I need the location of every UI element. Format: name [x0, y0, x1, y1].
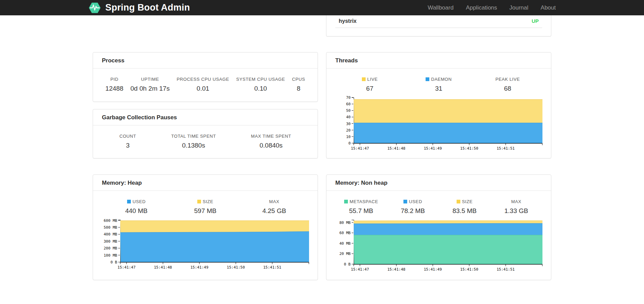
svg-text:15:41:50: 15:41:50	[227, 265, 245, 270]
stat-peak-live: PEAK LIVE 68	[473, 77, 542, 92]
stat-value: 4.25 GB	[240, 207, 309, 215]
card-title: Garbage Collection Pauses	[93, 109, 318, 125]
svg-text:15:41:49: 15:41:49	[424, 267, 442, 272]
stat-max: MAX 4.25 GB	[240, 199, 309, 215]
stat-value: 0.1380s	[171, 142, 216, 149]
stat-label: COUNT	[119, 134, 136, 139]
memory-nonheap-card: Memory: Non heap METASPACE 55.7 MB USED …	[326, 174, 551, 280]
svg-text:300 MB: 300 MB	[104, 239, 117, 244]
stat-label: PID	[110, 77, 118, 82]
card-title: Threads	[326, 52, 551, 69]
row-health: hystrix UP	[93, 15, 551, 36]
svg-text:0: 0	[348, 141, 351, 146]
stat-label: MAX	[269, 199, 279, 204]
spring-boot-admin-logo-icon	[88, 1, 101, 14]
svg-text:50: 50	[346, 108, 351, 113]
stat-value: 0.01	[177, 85, 229, 92]
brand-title: Spring Boot Admin	[105, 2, 190, 13]
svg-text:500 MB: 500 MB	[104, 225, 117, 230]
gc-pauses-card: Garbage Collection Pauses COUNT 3 TOTAL …	[93, 109, 318, 158]
stat-label: METASPACE	[350, 199, 378, 204]
svg-text:40 MB: 40 MB	[339, 241, 351, 246]
svg-text:15:41:51: 15:41:51	[496, 267, 515, 272]
stat-value: 31	[404, 85, 473, 92]
stat-system-cpu-usage: SYSTEM CPU USAGE 0.10	[236, 77, 285, 92]
health-row: hystrix UP	[326, 15, 551, 24]
stat-live: LIVE 67	[335, 77, 404, 92]
svg-text:0 B: 0 B	[344, 262, 351, 267]
card-title: Memory: Heap	[93, 175, 318, 191]
card-title: Memory: Non heap	[326, 175, 551, 191]
stat-value: 440 MB	[102, 207, 171, 215]
svg-text:15:41:48: 15:41:48	[387, 146, 405, 151]
health-card: hystrix UP	[326, 15, 551, 36]
stat-value: 83.5 MB	[439, 207, 491, 215]
stat-used: USED 78.2 MB	[387, 199, 439, 215]
svg-text:15:41:50: 15:41:50	[460, 267, 478, 272]
gc-stats: COUNT 3 TOTAL TIME SPENT 0.1380s MAX TIM…	[102, 134, 309, 149]
top-navbar: Spring Boot Admin Wallboard Applications…	[0, 0, 644, 15]
nav-item-applications[interactable]: Applications	[466, 4, 497, 11]
stat-value: 12488	[105, 85, 123, 92]
svg-text:20 MB: 20 MB	[339, 252, 351, 256]
stat-label: SYSTEM CPU USAGE	[236, 77, 285, 82]
stat-size: SIZE 83.5 MB	[439, 199, 491, 215]
process-stats: PID 12488 UPTIME 0d 0h 2m 17s PROCESS CP…	[102, 77, 309, 92]
stat-value: 8	[292, 85, 305, 92]
stat-uptime: UPTIME 0d 0h 2m 17s	[131, 77, 170, 92]
memory-heap-card: Memory: Heap USED 440 MB SIZE 597 MB MAX…	[93, 174, 318, 280]
stat-label: MAX	[511, 199, 521, 204]
legend-swatch	[457, 200, 460, 203]
svg-text:200 MB: 200 MB	[104, 246, 117, 250]
svg-text:15:41:50: 15:41:50	[460, 146, 478, 151]
memory-nonheap-chart: 15:41:4715:41:4815:41:4915:41:5015:41:51…	[335, 217, 542, 276]
svg-text:70: 70	[346, 95, 351, 100]
legend-swatch	[197, 200, 201, 203]
process-card: Process PID 12488 UPTIME 0d 0h 2m 17s PR…	[93, 52, 318, 102]
stat-process-cpu-usage: PROCESS CPU USAGE 0.01	[177, 77, 229, 92]
stat-label: PROCESS CPU USAGE	[177, 77, 229, 82]
svg-text:15:41:51: 15:41:51	[496, 146, 515, 151]
svg-text:0 B: 0 B	[110, 260, 117, 264]
stat-pid: PID 12488	[105, 77, 123, 92]
stat-count: COUNT 3	[119, 134, 136, 149]
divider	[335, 28, 542, 28]
stat-cpus: CPUS 8	[292, 77, 305, 92]
nav-item-journal[interactable]: Journal	[509, 4, 528, 11]
svg-text:15:41:48: 15:41:48	[387, 267, 405, 272]
nav-item-about[interactable]: About	[541, 4, 556, 11]
legend-swatch	[127, 200, 131, 203]
stat-value: 0d 0h 2m 17s	[131, 85, 170, 92]
stat-value: 67	[335, 85, 404, 92]
stat-value: 0.10	[236, 85, 285, 92]
stat-max-time-spent: MAX TIME SPENT 0.0840s	[251, 134, 291, 149]
svg-text:15:41:47: 15:41:47	[351, 146, 369, 151]
stat-label: MAX TIME SPENT	[251, 134, 291, 139]
svg-text:15:41:47: 15:41:47	[351, 267, 369, 272]
svg-text:10: 10	[346, 135, 351, 139]
stat-used: USED 440 MB	[102, 199, 171, 215]
stat-value: 1.33 GB	[490, 207, 542, 215]
legend-swatch	[426, 77, 429, 81]
svg-text:15:41:48: 15:41:48	[154, 265, 172, 270]
svg-text:400 MB: 400 MB	[104, 232, 117, 237]
stat-value: 0.0840s	[251, 142, 291, 149]
svg-text:60: 60	[346, 102, 351, 106]
svg-text:80 MB: 80 MB	[339, 221, 351, 225]
nav-links: Wallboard Applications Journal About	[428, 4, 556, 11]
stat-metaspace: METASPACE 55.7 MB	[335, 199, 387, 215]
card-title: Process	[93, 52, 318, 69]
nav-item-wallboard[interactable]: Wallboard	[428, 4, 454, 11]
svg-text:20: 20	[346, 128, 351, 133]
stat-label: TOTAL TIME SPENT	[171, 134, 216, 139]
svg-text:40: 40	[346, 115, 351, 119]
stat-label: LIVE	[367, 77, 378, 82]
svg-text:15:41:49: 15:41:49	[190, 265, 209, 270]
stat-label: UPTIME	[141, 77, 159, 82]
stat-value: 55.7 MB	[335, 207, 387, 215]
stat-value: 68	[473, 85, 542, 92]
stat-value: 78.2 MB	[387, 207, 439, 215]
brand-link[interactable]: Spring Boot Admin	[88, 1, 190, 14]
stat-label: USED	[133, 199, 146, 204]
svg-text:15:41:47: 15:41:47	[118, 265, 136, 270]
